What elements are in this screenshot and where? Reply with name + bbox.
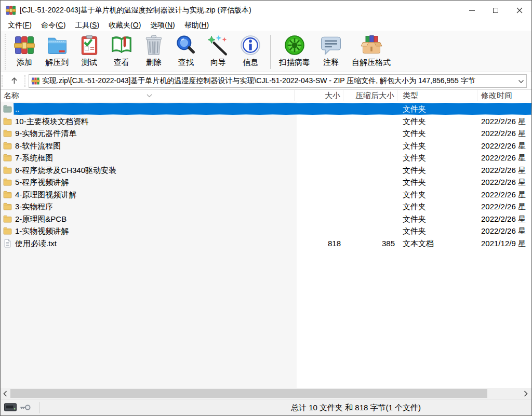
row-type: 文件夹 [403,176,477,188]
comment-label: 注释 [323,58,339,68]
row-type: 文件夹 [403,213,477,225]
row-name: 3-实物程序 [15,200,293,212]
view-button[interactable]: 查看 [105,33,138,69]
scroll-right-arrow[interactable] [521,388,530,399]
delete-icon [142,34,165,57]
row-size [297,127,343,139]
column-header-type[interactable]: 类型 [402,90,477,101]
horizontal-scrollbar[interactable] [1,388,531,399]
table-row[interactable]: 4-原理图视频讲解文件夹2022/2/26 星 [1,189,531,200]
row-packed [344,127,397,139]
row-type: 文件夹 [403,189,477,200]
folder-icon [3,190,12,199]
close-button[interactable] [508,1,531,20]
add-label: 添加 [17,58,32,68]
add-icon [13,34,36,57]
add-button[interactable]: 添加 [8,33,41,69]
row-name: 9-实物元器件清单 [15,127,293,139]
row-type: 文本文档 [403,237,477,249]
extract-icon [46,34,69,57]
column-header-packed[interactable]: 压缩后大小 [344,90,397,101]
column-header-size[interactable]: 大小 [297,90,343,101]
table-row[interactable]: 7-系统框图文件夹2022/2/26 星 [1,152,531,164]
drive-icon[interactable] [4,403,17,413]
row-modified: 2022/2/26 星 [481,164,531,176]
up-directory-button[interactable] [6,74,22,88]
row-packed [344,164,397,176]
scroll-left-arrow[interactable] [1,388,10,399]
folder-icon [3,141,12,150]
scan-label: 扫描病毒 [279,58,310,68]
wizard-icon [207,34,230,57]
row-size [297,115,343,127]
folder-icon [3,226,12,235]
view-label: 查看 [114,58,129,68]
row-size [297,103,343,115]
folder-icon [3,166,12,175]
archive-path-combobox[interactable]: 实现.zip\[CJL-51-2022-043]基于单片机的温湿度控制器设计与实… [29,74,527,88]
status-totals: 总计 10 文件夹 和 818 字节(1 个文件) [182,399,529,416]
row-modified: 2022/2/26 星 [481,189,531,200]
menu-item-o[interactable]: 收藏夹(O) [104,21,145,30]
row-size [297,189,343,200]
table-row[interactable]: 1-实物视频讲解文件夹2022/2/26 星 [1,225,531,237]
scan-button[interactable]: 扫描病毒 [274,33,315,69]
delete-label: 删除 [146,58,162,68]
row-name: 4-原理图视频讲解 [15,189,293,200]
row-modified: 2022/2/26 星 [481,213,531,225]
row-name: .. [15,103,293,115]
table-row[interactable]: ..文件夹 [1,103,531,115]
row-size [297,164,343,176]
folder-icon [3,129,12,138]
find-button[interactable]: 查找 [170,33,202,69]
archive-mini-icon [31,77,40,85]
row-type: 文件夹 [403,164,477,176]
menu-item-h[interactable]: 帮助(H) [180,21,214,30]
row-name: 8-软件流程图 [15,140,293,152]
menu-item-n[interactable]: 选项(N) [145,21,179,30]
table-row[interactable]: 5-程序视频讲解文件夹2022/2/26 星 [1,176,531,188]
column-header-modified[interactable]: 修改时间 [481,90,531,101]
menu-bar: 文件(F)命令(C)工具(S)收藏夹(O)选项(N)帮助(H) [1,20,531,31]
column-header-row: 名称 大小 压缩后大小 类型 修改时间 [1,89,531,101]
table-row[interactable]: 9-实物元器件清单文件夹2022/2/26 星 [1,127,531,139]
table-row[interactable]: 3-实物程序文件夹2022/2/26 星 [1,200,531,212]
row-name: 使用必读.txt [15,237,293,249]
window-controls [460,1,531,20]
combobox-chevron-down-icon[interactable] [518,76,524,86]
row-name: 6-程序烧录及CH340驱动安装 [15,164,293,176]
menu-item-f[interactable]: 文件(F) [3,21,36,30]
menu-item-c[interactable]: 命令(C) [36,21,70,30]
title-bar: [CJL-51-2022-043]基于单片机的温湿度控制器设计与实现.zip (… [1,1,531,20]
folder-icon [3,178,12,186]
row-packed [344,152,397,164]
row-modified: 2022/2/26 星 [481,152,531,164]
info-button[interactable]: 信息 [234,33,267,69]
maximize-button[interactable] [484,1,508,20]
table-row[interactable]: 8-软件流程图文件夹2022/2/26 星 [1,140,531,152]
table-row[interactable]: 6-程序烧录及CH340驱动安装文件夹2022/2/26 星 [1,164,531,176]
menu-item-s[interactable]: 工具(S) [70,21,104,30]
table-row[interactable]: 使用必读.txt818385文本文档2021/12/9 星 [1,237,531,249]
row-name: 10-主要模块文档资料 [15,115,293,127]
scrollbar-thumb[interactable] [10,389,487,398]
key-icon[interactable] [20,404,31,413]
extract-button[interactable]: 解压到 [41,33,73,69]
minimize-button[interactable] [460,1,484,20]
sfx-button[interactable]: 自解压格式 [347,33,395,69]
delete-button[interactable]: 删除 [138,33,170,69]
address-gripper [2,75,3,87]
table-row[interactable]: 10-主要模块文档资料文件夹2022/2/26 星 [1,115,531,127]
row-packed [344,200,397,212]
winrar-window: [CJL-51-2022-043]基于单片机的温湿度控制器设计与实现.zip (… [0,0,532,416]
wizard-button[interactable]: 向导 [202,33,234,69]
table-row[interactable]: 2-原理图&PCB文件夹2022/2/26 星 [1,213,531,225]
folder-icon [3,202,12,211]
row-size [297,176,343,188]
test-button[interactable]: 测试 [73,33,105,69]
toolbar-separator [270,35,271,69]
comment-button[interactable]: 注释 [315,33,347,69]
row-name: 5-程序视频讲解 [15,176,293,188]
text-file-icon [3,239,12,248]
extract-label: 解压到 [45,58,69,68]
